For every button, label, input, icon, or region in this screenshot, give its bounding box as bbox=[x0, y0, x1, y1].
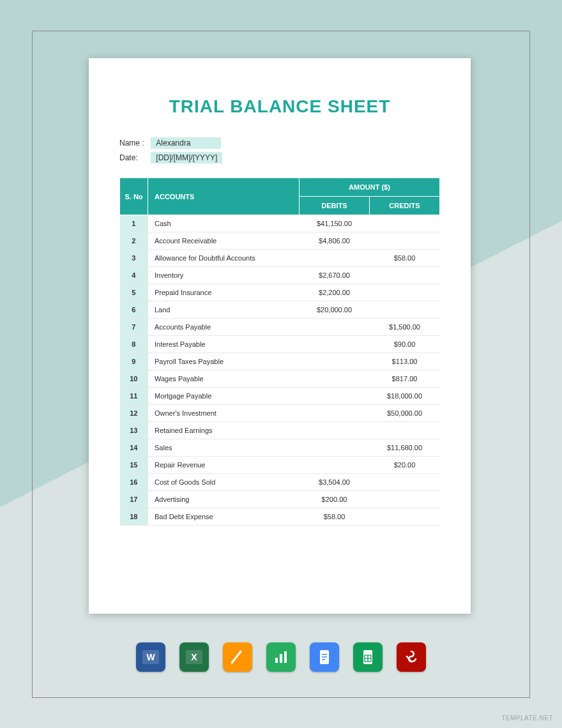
word-icon[interactable]: W bbox=[136, 642, 165, 672]
cell-sno: 6 bbox=[120, 301, 148, 319]
pages-icon[interactable] bbox=[223, 642, 252, 672]
header-accounts: ACCOUNTS bbox=[148, 178, 300, 215]
cell-account: Retained Earnings bbox=[148, 422, 300, 439]
table-row: 18Bad Debt Expense$58.00 bbox=[120, 508, 440, 526]
cell-credit: $50,000.00 bbox=[370, 405, 440, 422]
cell-debit bbox=[300, 405, 370, 422]
svg-rect-9 bbox=[322, 656, 327, 658]
name-row: Name : Alexandra bbox=[119, 137, 440, 149]
cell-debit: $2,200.00 bbox=[300, 284, 370, 301]
cell-credit bbox=[370, 474, 440, 491]
cell-credit: $113.00 bbox=[370, 353, 440, 370]
table-row: 12Owner's Investment$50,000.00 bbox=[120, 405, 440, 422]
cell-credit bbox=[370, 422, 440, 439]
cell-debit: $2,670.00 bbox=[300, 267, 370, 284]
cell-account: Repair Revenue bbox=[148, 457, 300, 474]
document-page: TRIAL BALANCE SHEET Name : Alexandra Dat… bbox=[89, 58, 471, 614]
google-sheets-icon[interactable] bbox=[353, 642, 383, 672]
table-row: 6Land$20,000.00 bbox=[120, 301, 440, 319]
cell-sno: 13 bbox=[120, 422, 148, 439]
header-credits: CREDITS bbox=[370, 197, 440, 215]
table-row: 17Advertising$200.00 bbox=[120, 491, 440, 508]
pdf-icon[interactable] bbox=[397, 642, 426, 672]
cell-credit: $18,000.00 bbox=[370, 388, 440, 405]
svg-text:X: X bbox=[191, 652, 197, 662]
svg-rect-5 bbox=[280, 654, 282, 663]
cell-credit: $90.00 bbox=[370, 336, 440, 353]
format-icons-row: WX bbox=[33, 642, 529, 672]
cell-sno: 8 bbox=[120, 336, 148, 353]
name-value: Alexandra bbox=[151, 137, 221, 149]
cell-debit: $4,806.00 bbox=[300, 232, 370, 250]
cell-debit: $20,000.00 bbox=[300, 301, 370, 319]
excel-icon[interactable]: X bbox=[179, 642, 209, 672]
cell-debit bbox=[300, 439, 370, 457]
svg-rect-4 bbox=[275, 658, 278, 663]
cell-sno: 10 bbox=[120, 370, 148, 388]
cell-account: Payroll Taxes Payable bbox=[148, 353, 300, 370]
cell-account: Mortgage Payable bbox=[148, 388, 300, 405]
cell-credit: $1,500.00 bbox=[370, 319, 440, 336]
table-row: 10Wages Payable$817.00 bbox=[120, 370, 440, 388]
table-row: 8Interest Payable$90.00 bbox=[120, 336, 440, 353]
cell-credit bbox=[370, 491, 440, 508]
cell-sno: 5 bbox=[120, 284, 148, 301]
cell-sno: 4 bbox=[120, 267, 148, 284]
cell-account: Bad Debt Expense bbox=[148, 508, 300, 526]
cell-sno: 12 bbox=[120, 405, 148, 422]
cell-sno: 11 bbox=[120, 388, 148, 405]
cell-debit bbox=[300, 388, 370, 405]
table-row: 4Inventory$2,670.00 bbox=[120, 267, 440, 284]
cell-account: Wages Payable bbox=[148, 370, 300, 388]
date-row: Date: [DD]/[MM]/[YYYY] bbox=[119, 152, 440, 163]
svg-rect-10 bbox=[322, 659, 325, 660]
page-title: TRIAL BALANCE SHEET bbox=[119, 96, 440, 117]
table-row: 1Cash$41,150.00 bbox=[120, 215, 440, 232]
cell-credit: $817.00 bbox=[370, 370, 440, 388]
svg-rect-6 bbox=[284, 651, 287, 663]
date-value: [DD]/[MM]/[YYYY] bbox=[151, 152, 222, 163]
cell-sno: 7 bbox=[120, 319, 148, 336]
table-row: 16Cost of Goods Sold$3,504.00 bbox=[120, 474, 440, 491]
header-amount: AMOUNT ($) bbox=[300, 178, 440, 197]
cell-debit: $200.00 bbox=[300, 491, 370, 508]
cell-credit bbox=[370, 232, 440, 250]
cell-credit: $20.00 bbox=[370, 457, 440, 474]
cell-credit bbox=[370, 301, 440, 319]
table-row: 13Retained Earnings bbox=[120, 422, 440, 439]
cell-debit: $3,504.00 bbox=[300, 474, 370, 491]
cell-sno: 3 bbox=[120, 250, 148, 267]
header-debits: DEBITS bbox=[300, 197, 370, 215]
table-row: 15Repair Revenue$20.00 bbox=[120, 457, 440, 474]
cell-sno: 1 bbox=[120, 215, 148, 232]
cell-account: Prepaid Insurance bbox=[148, 284, 300, 301]
cell-sno: 17 bbox=[120, 491, 148, 508]
cell-account: Land bbox=[148, 301, 300, 319]
cell-account: Sales bbox=[148, 439, 300, 457]
numbers-icon[interactable] bbox=[266, 642, 296, 672]
date-label: Date: bbox=[119, 153, 149, 162]
cell-account: Interest Payable bbox=[148, 336, 300, 353]
cell-credit bbox=[370, 267, 440, 284]
cell-debit bbox=[300, 336, 370, 353]
watermark: TEMPLATE.NET bbox=[501, 715, 553, 722]
cell-account: Accounts Payable bbox=[148, 319, 300, 336]
trial-balance-table: S. No ACCOUNTS AMOUNT ($) DEBITS CREDITS… bbox=[119, 178, 440, 526]
table-row: 7Accounts Payable$1,500.00 bbox=[120, 319, 440, 336]
cell-debit bbox=[300, 250, 370, 267]
cell-sno: 9 bbox=[120, 353, 148, 370]
cell-debit bbox=[300, 422, 370, 439]
cell-account: Inventory bbox=[148, 267, 300, 284]
svg-text:W: W bbox=[146, 652, 155, 662]
cell-credit bbox=[370, 508, 440, 526]
cell-account: Cost of Goods Sold bbox=[148, 474, 300, 491]
cell-sno: 16 bbox=[120, 474, 148, 491]
cell-credit bbox=[370, 284, 440, 301]
table-row: 3Allowance for Doubtful Accounts$58.00 bbox=[120, 250, 440, 267]
header-sno: S. No bbox=[120, 178, 148, 215]
google-docs-icon[interactable] bbox=[310, 642, 339, 672]
cell-debit bbox=[300, 319, 370, 336]
cell-debit: $58.00 bbox=[300, 508, 370, 526]
cell-sno: 2 bbox=[120, 232, 148, 250]
cell-account: Advertising bbox=[148, 491, 300, 508]
